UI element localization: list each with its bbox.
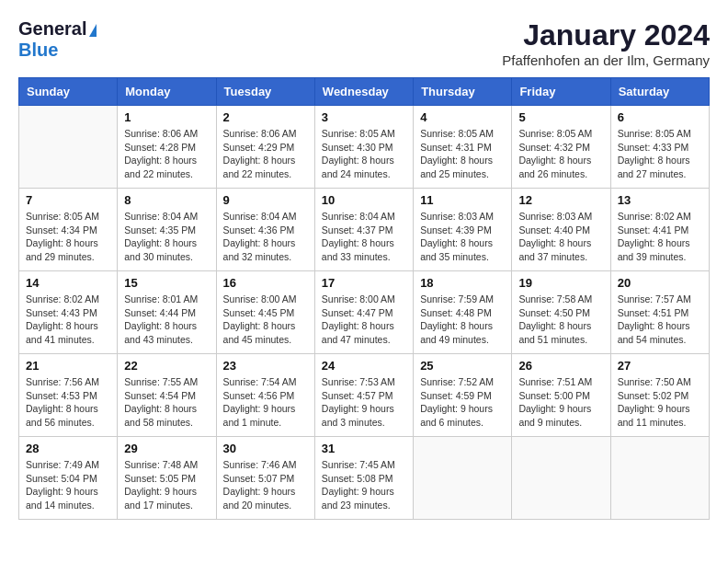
day-info: Sunrise: 8:04 AMSunset: 4:36 PMDaylight:… xyxy=(223,210,308,264)
table-row: 6Sunrise: 8:05 AMSunset: 4:33 PMDaylight… xyxy=(610,106,709,189)
table-row: 20Sunrise: 7:57 AMSunset: 4:51 PMDayligh… xyxy=(610,271,709,354)
day-number: 1 xyxy=(124,110,209,124)
calendar-header-row: Sunday Monday Tuesday Wednesday Thursday… xyxy=(19,78,710,106)
table-row: 19Sunrise: 7:58 AMSunset: 4:50 PMDayligh… xyxy=(512,271,610,354)
table-row: 16Sunrise: 8:00 AMSunset: 4:45 PMDayligh… xyxy=(216,271,314,354)
day-info: Sunrise: 7:55 AMSunset: 4:54 PMDaylight:… xyxy=(124,375,209,430)
table-row: 24Sunrise: 7:53 AMSunset: 4:57 PMDayligh… xyxy=(314,354,413,437)
day-info: Sunrise: 8:05 AMSunset: 4:31 PMDaylight:… xyxy=(420,127,505,181)
day-info: Sunrise: 7:51 AMSunset: 5:00 PMDaylight:… xyxy=(518,375,603,430)
day-number: 16 xyxy=(223,276,308,290)
day-number: 4 xyxy=(420,110,505,124)
day-number: 22 xyxy=(124,359,209,373)
table-row: 23Sunrise: 7:54 AMSunset: 4:56 PMDayligh… xyxy=(216,354,314,437)
col-wednesday: Wednesday xyxy=(314,78,413,106)
table-row: 5Sunrise: 8:05 AMSunset: 4:32 PMDaylight… xyxy=(512,106,610,189)
table-row xyxy=(512,437,610,520)
day-info: Sunrise: 7:59 AMSunset: 4:48 PMDaylight:… xyxy=(420,293,505,347)
day-number: 21 xyxy=(26,359,110,373)
day-number: 17 xyxy=(322,276,406,290)
day-info: Sunrise: 7:50 AMSunset: 5:02 PMDaylight:… xyxy=(618,375,702,430)
logo-general: General xyxy=(18,18,86,40)
table-row: 17Sunrise: 8:00 AMSunset: 4:47 PMDayligh… xyxy=(314,271,413,354)
day-info: Sunrise: 7:52 AMSunset: 4:59 PMDaylight:… xyxy=(420,375,505,430)
day-number: 13 xyxy=(618,193,702,207)
day-info: Sunrise: 8:02 AMSunset: 4:43 PMDaylight:… xyxy=(26,293,110,347)
calendar-week-row: 1Sunrise: 8:06 AMSunset: 4:28 PMDaylight… xyxy=(19,106,710,189)
day-number: 28 xyxy=(26,442,110,455)
day-info: Sunrise: 8:05 AMSunset: 4:34 PMDaylight:… xyxy=(26,210,110,264)
day-info: Sunrise: 7:49 AMSunset: 5:04 PMDaylight:… xyxy=(26,458,110,512)
day-number: 5 xyxy=(518,110,603,124)
day-info: Sunrise: 7:56 AMSunset: 4:53 PMDaylight:… xyxy=(26,375,110,430)
logo: General Blue xyxy=(18,18,97,61)
day-number: 11 xyxy=(420,193,505,207)
day-number: 19 xyxy=(518,276,603,290)
page-title: January 2024 xyxy=(502,18,710,52)
table-row: 3Sunrise: 8:05 AMSunset: 4:30 PMDaylight… xyxy=(314,106,413,189)
day-number: 10 xyxy=(322,193,406,207)
day-info: Sunrise: 7:53 AMSunset: 4:57 PMDaylight:… xyxy=(322,375,406,430)
table-row: 31Sunrise: 7:45 AMSunset: 5:08 PMDayligh… xyxy=(314,437,413,520)
day-info: Sunrise: 8:05 AMSunset: 4:32 PMDaylight:… xyxy=(518,127,603,181)
table-row: 18Sunrise: 7:59 AMSunset: 4:48 PMDayligh… xyxy=(414,271,512,354)
logo-triangle-icon xyxy=(89,24,97,37)
col-tuesday: Tuesday xyxy=(216,78,314,106)
col-friday: Friday xyxy=(512,78,610,106)
table-row: 21Sunrise: 7:56 AMSunset: 4:53 PMDayligh… xyxy=(19,354,118,437)
day-info: Sunrise: 8:02 AMSunset: 4:41 PMDaylight:… xyxy=(618,210,702,264)
col-saturday: Saturday xyxy=(610,78,709,106)
day-info: Sunrise: 7:46 AMSunset: 5:07 PMDaylight:… xyxy=(223,458,308,512)
table-row: 25Sunrise: 7:52 AMSunset: 4:59 PMDayligh… xyxy=(414,354,512,437)
page-subtitle: Pfaffenhofen an der Ilm, Germany xyxy=(502,52,710,68)
table-row: 13Sunrise: 8:02 AMSunset: 4:41 PMDayligh… xyxy=(610,189,709,271)
table-row: 11Sunrise: 8:03 AMSunset: 4:39 PMDayligh… xyxy=(414,189,512,271)
day-number: 23 xyxy=(223,359,308,373)
table-row: 4Sunrise: 8:05 AMSunset: 4:31 PMDaylight… xyxy=(414,106,512,189)
table-row: 12Sunrise: 8:03 AMSunset: 4:40 PMDayligh… xyxy=(512,189,610,271)
page-header: General Blue January 2024 Pfaffenhofen a… xyxy=(18,18,710,68)
day-number: 6 xyxy=(618,110,702,124)
col-sunday: Sunday xyxy=(19,78,118,106)
table-row xyxy=(19,106,118,189)
table-row xyxy=(414,437,512,520)
day-info: Sunrise: 7:54 AMSunset: 4:56 PMDaylight:… xyxy=(223,375,308,430)
day-number: 12 xyxy=(518,193,603,207)
day-number: 27 xyxy=(618,359,702,373)
table-row: 29Sunrise: 7:48 AMSunset: 5:05 PMDayligh… xyxy=(118,437,216,520)
day-number: 2 xyxy=(223,110,308,124)
table-row: 7Sunrise: 8:05 AMSunset: 4:34 PMDaylight… xyxy=(19,189,118,271)
day-info: Sunrise: 8:00 AMSunset: 4:47 PMDaylight:… xyxy=(322,293,406,347)
day-info: Sunrise: 7:58 AMSunset: 4:50 PMDaylight:… xyxy=(518,293,603,347)
table-row xyxy=(610,437,709,520)
day-number: 24 xyxy=(322,359,406,373)
day-info: Sunrise: 7:48 AMSunset: 5:05 PMDaylight:… xyxy=(124,458,209,512)
day-number: 31 xyxy=(322,442,406,455)
day-number: 3 xyxy=(322,110,406,124)
day-number: 9 xyxy=(223,193,308,207)
day-info: Sunrise: 8:06 AMSunset: 4:29 PMDaylight:… xyxy=(223,127,308,181)
day-info: Sunrise: 8:01 AMSunset: 4:44 PMDaylight:… xyxy=(124,293,209,347)
calendar-table: Sunday Monday Tuesday Wednesday Thursday… xyxy=(18,77,710,520)
col-monday: Monday xyxy=(118,78,216,106)
day-number: 30 xyxy=(223,442,308,455)
day-info: Sunrise: 8:03 AMSunset: 4:40 PMDaylight:… xyxy=(518,210,603,264)
day-number: 8 xyxy=(124,193,209,207)
day-info: Sunrise: 8:05 AMSunset: 4:33 PMDaylight:… xyxy=(618,127,702,181)
day-info: Sunrise: 8:00 AMSunset: 4:45 PMDaylight:… xyxy=(223,293,308,347)
day-info: Sunrise: 8:04 AMSunset: 4:37 PMDaylight:… xyxy=(322,210,406,264)
col-thursday: Thursday xyxy=(414,78,512,106)
day-info: Sunrise: 8:03 AMSunset: 4:39 PMDaylight:… xyxy=(420,210,505,264)
day-number: 7 xyxy=(26,193,110,207)
day-number: 15 xyxy=(124,276,209,290)
day-info: Sunrise: 8:06 AMSunset: 4:28 PMDaylight:… xyxy=(124,127,209,181)
day-info: Sunrise: 8:04 AMSunset: 4:35 PMDaylight:… xyxy=(124,210,209,264)
table-row: 2Sunrise: 8:06 AMSunset: 4:29 PMDaylight… xyxy=(216,106,314,189)
day-number: 26 xyxy=(518,359,603,373)
day-info: Sunrise: 7:45 AMSunset: 5:08 PMDaylight:… xyxy=(322,458,406,512)
table-row: 8Sunrise: 8:04 AMSunset: 4:35 PMDaylight… xyxy=(118,189,216,271)
table-row: 27Sunrise: 7:50 AMSunset: 5:02 PMDayligh… xyxy=(610,354,709,437)
table-row: 22Sunrise: 7:55 AMSunset: 4:54 PMDayligh… xyxy=(118,354,216,437)
day-info: Sunrise: 7:57 AMSunset: 4:51 PMDaylight:… xyxy=(618,293,702,347)
calendar-week-row: 21Sunrise: 7:56 AMSunset: 4:53 PMDayligh… xyxy=(19,354,710,437)
